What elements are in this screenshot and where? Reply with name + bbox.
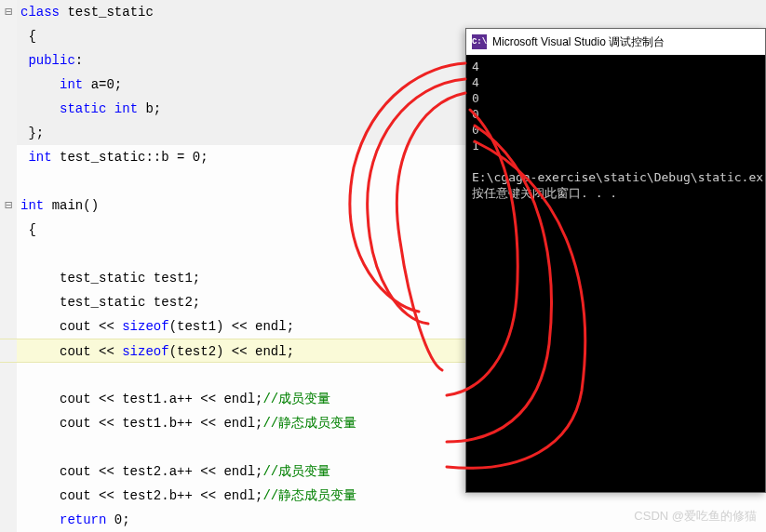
fold-gutter: [0, 24, 17, 48]
code-content: [17, 169, 20, 193]
fold-gutter: [0, 145, 17, 169]
fold-gutter: [0, 508, 17, 532]
code-content: cout << sizeof(test2) << endl;: [17, 339, 294, 362]
fold-gutter: [0, 314, 17, 339]
code-content: class test_static: [17, 0, 154, 24]
fold-gutter: [0, 363, 17, 387]
fold-gutter: [0, 218, 17, 242]
code-content: {: [17, 218, 36, 242]
code-content: cout << test1.a++ << endl;//成员变量: [17, 387, 330, 411]
code-line[interactable]: ⊟class test_static: [0, 0, 766, 24]
code-content: public:: [17, 48, 83, 73]
console-output: 4 4 0 0 0 1 E:\cgaga-exercise\static\Deb…: [466, 55, 765, 205]
fold-gutter: [0, 266, 17, 290]
code-content: int test_static::b = 0;: [17, 145, 208, 169]
fold-gutter[interactable]: ⊟: [0, 0, 17, 24]
code-content: cout << test2.b++ << endl;//静态成员变量: [17, 484, 356, 508]
fold-gutter: [0, 242, 17, 266]
code-content: [17, 242, 20, 266]
fold-gutter: [0, 387, 17, 411]
console-titlebar[interactable]: C:\ Microsoft Visual Studio 调试控制台: [466, 29, 765, 55]
vs-icon: C:\: [472, 34, 487, 49]
fold-gutter: [0, 121, 17, 145]
code-content: int a=0;: [17, 73, 122, 97]
console-window[interactable]: C:\ Microsoft Visual Studio 调试控制台 4 4 0 …: [465, 28, 766, 493]
code-content: [17, 435, 20, 459]
fold-gutter: [0, 411, 17, 435]
code-content: static int b;: [17, 97, 161, 121]
fold-gutter: [0, 169, 17, 193]
fold-gutter[interactable]: ⊟: [0, 193, 17, 218]
fold-gutter: [0, 435, 17, 459]
code-content: };: [17, 121, 44, 145]
code-content: cout << test2.a++ << endl;//成员变量: [17, 459, 330, 484]
fold-gutter: [0, 484, 17, 508]
code-content: cout << test1.b++ << endl;//静态成员变量: [17, 411, 356, 435]
fold-gutter: [0, 48, 17, 73]
console-title: Microsoft Visual Studio 调试控制台: [492, 34, 665, 50]
fold-gutter: [0, 97, 17, 121]
code-content: int main(): [17, 193, 99, 218]
code-content: test_static test1;: [17, 266, 200, 290]
code-content: [17, 363, 20, 387]
fold-gutter: [0, 73, 17, 97]
fold-gutter: [0, 290, 17, 314]
code-content: {: [17, 24, 36, 48]
code-content: test_static test2;: [17, 290, 200, 314]
fold-gutter: [0, 339, 17, 362]
code-content: cout << sizeof(test1) << endl;: [17, 314, 294, 339]
code-content: return 0;: [17, 508, 130, 532]
watermark: CSDN @爱吃鱼的修猫: [634, 508, 757, 525]
fold-gutter: [0, 459, 17, 484]
